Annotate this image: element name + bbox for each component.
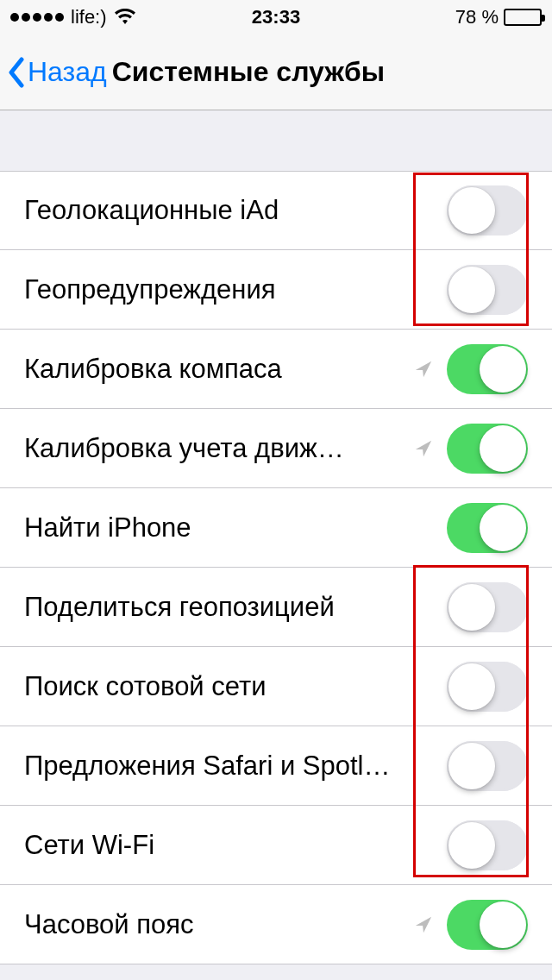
page-title: Системные службы: [112, 56, 385, 88]
settings-row: Геопредупреждения: [0, 250, 552, 330]
row-label: Геопредупреждения: [24, 274, 276, 305]
status-bar: life:) 23:33 78 %: [0, 0, 552, 35]
clock: 23:33: [252, 6, 300, 28]
row-controls: [447, 503, 528, 553]
row-controls: [447, 582, 528, 632]
toggle-knob: [448, 743, 495, 789]
settings-row: Предложения Safari и Spotli…: [0, 726, 552, 806]
row-label: Поиск сотовой сети: [24, 671, 267, 702]
toggle-knob: [448, 663, 495, 710]
row-controls: [447, 820, 528, 870]
toggle-switch[interactable]: [447, 344, 528, 394]
toggle-switch[interactable]: [447, 265, 528, 315]
status-left: life:): [10, 6, 136, 28]
toggle-knob: [448, 267, 495, 313]
row-label: Поделиться геопозицией: [24, 592, 335, 623]
toggle-knob: [480, 425, 526, 472]
row-controls: [447, 185, 528, 236]
row-controls: [447, 741, 528, 791]
row-label: Геолокационные iAd: [24, 195, 279, 226]
toggle-knob: [448, 187, 495, 234]
toggle-knob: [480, 346, 526, 393]
back-label: Назад: [28, 56, 107, 88]
signal-strength-icon: [10, 13, 64, 22]
back-button[interactable]: Назад: [7, 56, 107, 88]
settings-row: Найти iPhone: [0, 488, 552, 568]
settings-row: Поделиться геопозицией: [0, 568, 552, 647]
row-controls: [447, 662, 528, 712]
row-label: Часовой пояс: [24, 909, 194, 940]
settings-row: Геолокационные iAd: [0, 171, 552, 250]
status-right: 78 %: [455, 6, 542, 28]
row-label: Найти iPhone: [24, 512, 191, 543]
row-controls: [414, 424, 528, 474]
wifi-icon: [114, 9, 136, 26]
settings-row: Поиск сотовой сети: [0, 647, 552, 726]
battery-percent: 78 %: [455, 6, 499, 28]
section-gap: [0, 110, 552, 171]
location-arrow-icon: [414, 439, 433, 458]
row-label: Калибровка учета движ…: [24, 433, 344, 464]
row-label: Калибровка компаса: [24, 354, 282, 385]
toggle-switch[interactable]: [447, 424, 528, 474]
row-controls: [447, 265, 528, 315]
toggle-switch[interactable]: [447, 900, 528, 950]
settings-list: Геолокационные iAdГеопредупрежденияКалиб…: [0, 171, 552, 964]
settings-row: Калибровка учета движ…: [0, 409, 552, 488]
toggle-knob: [448, 584, 495, 631]
toggle-switch[interactable]: [447, 185, 528, 236]
settings-row: Часовой пояс: [0, 885, 552, 964]
settings-row: Сети Wi-Fi: [0, 806, 552, 885]
toggle-knob: [480, 505, 526, 551]
row-controls: [414, 344, 528, 394]
row-label: Предложения Safari и Spotli…: [24, 751, 395, 782]
row-controls: [414, 900, 528, 950]
settings-row: Калибровка компаса: [0, 330, 552, 409]
toggle-switch[interactable]: [447, 741, 528, 791]
toggle-knob: [480, 901, 526, 948]
chevron-left-icon: [7, 57, 26, 88]
carrier-label: life:): [71, 6, 107, 28]
toggle-knob: [448, 822, 495, 869]
toggle-switch[interactable]: [447, 662, 528, 712]
location-arrow-icon: [414, 915, 433, 934]
battery-icon: [504, 9, 542, 26]
nav-bar: Назад Системные службы: [0, 35, 552, 110]
toggle-switch[interactable]: [447, 582, 528, 632]
toggle-switch[interactable]: [447, 503, 528, 553]
location-arrow-icon: [414, 360, 433, 379]
row-label: Сети Wi-Fi: [24, 830, 154, 861]
toggle-switch[interactable]: [447, 820, 528, 870]
